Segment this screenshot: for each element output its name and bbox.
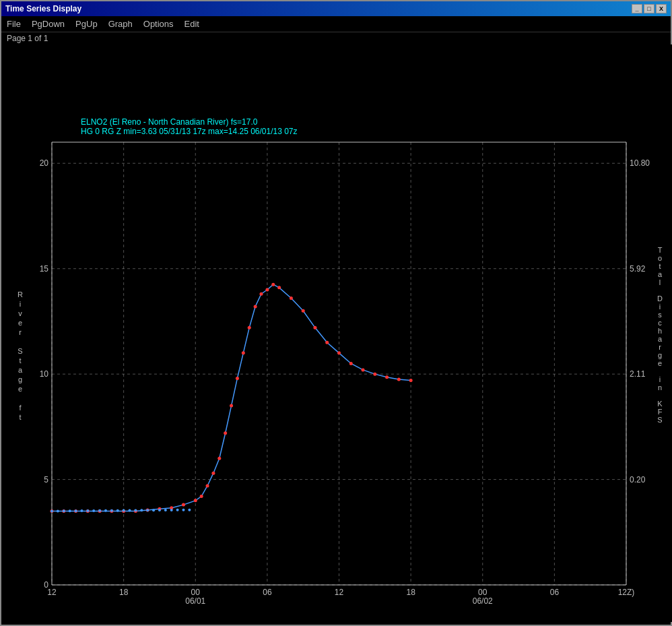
menu-pgup[interactable]: PgUp	[75, 19, 98, 29]
maximize-button[interactable]: □	[644, 4, 654, 13]
title-bar: Time Series Display _ □ X	[1, 1, 671, 16]
chart-title-1: ELNO2 (El Reno - North Canadian River) f…	[81, 117, 257, 127]
close-button[interactable]: X	[656, 4, 667, 13]
menu-pgdown[interactable]: PgDown	[32, 19, 65, 29]
menu-options[interactable]: Options	[143, 19, 174, 29]
menu-edit[interactable]: Edit	[184, 19, 199, 29]
title-bar-left: Time Series Display	[5, 4, 81, 13]
menu-file[interactable]: File	[7, 19, 21, 29]
chart-title-2: HG 0 RG Z min=3.63 05/31/13 17z max=14.2…	[81, 127, 298, 136]
title-bar-controls: _ □ X	[632, 4, 667, 13]
chart-area: ELNO2 (El Reno - North Canadian River) f…	[1, 44, 671, 625]
page-status: Page 1 of 1	[7, 34, 48, 43]
minimize-button[interactable]: _	[632, 4, 642, 13]
main-window: Time Series Display _ □ X File PgDown Pg…	[0, 0, 672, 626]
menu-graph[interactable]: Graph	[108, 19, 133, 29]
window-title: Time Series Display	[5, 4, 81, 13]
menu-bar: File PgDown PgUp Graph Options Edit	[1, 16, 671, 32]
status-bar: Page 1 of 1	[1, 32, 671, 44]
